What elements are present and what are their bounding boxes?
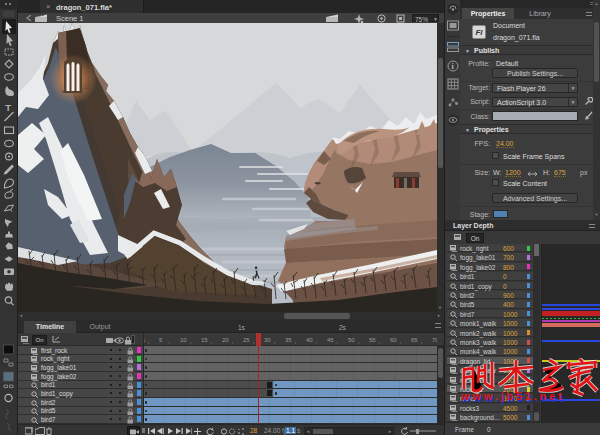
- svg-text:i: i: [452, 62, 455, 71]
- svg-text:T: T: [5, 102, 11, 113]
